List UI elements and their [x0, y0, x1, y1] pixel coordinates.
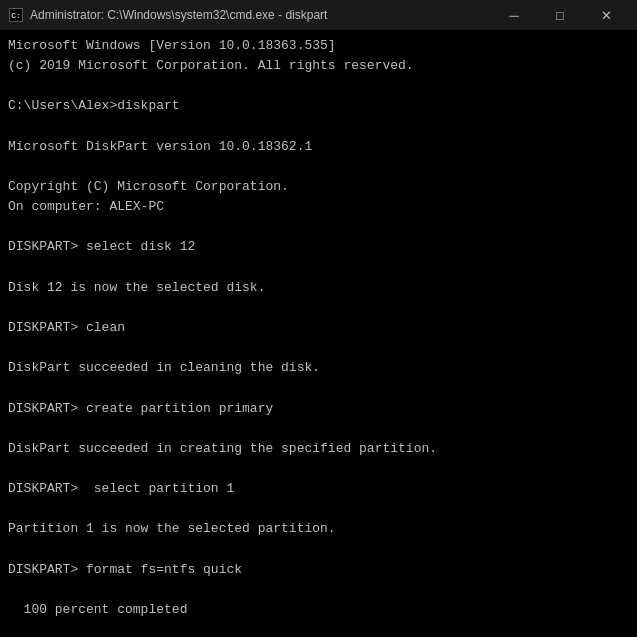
console-line	[8, 157, 629, 177]
console-line	[8, 419, 629, 439]
console-line: Microsoft DiskPart version 10.0.18362.1	[8, 137, 629, 157]
console-line: Partition 1 is now the selected partitio…	[8, 519, 629, 539]
console-line: Microsoft Windows [Version 10.0.18363.53…	[8, 36, 629, 56]
cmd-window: C: Administrator: C:\Windows\system32\cm…	[0, 0, 637, 637]
console-output[interactable]: Microsoft Windows [Version 10.0.18363.53…	[0, 30, 637, 637]
console-line: DISKPART> clean	[8, 318, 629, 338]
console-line: On computer: ALEX-PC	[8, 197, 629, 217]
console-line	[8, 620, 629, 637]
title-bar: C: Administrator: C:\Windows\system32\cm…	[0, 0, 637, 30]
console-line	[8, 338, 629, 358]
console-line: C:\Users\Alex>diskpart	[8, 96, 629, 116]
console-line	[8, 117, 629, 137]
minimize-button[interactable]: ─	[491, 0, 537, 30]
window-title: Administrator: C:\Windows\system32\cmd.e…	[30, 8, 491, 22]
console-line: DISKPART> select disk 12	[8, 237, 629, 257]
cmd-icon: C:	[9, 8, 23, 22]
console-line: Disk 12 is now the selected disk.	[8, 278, 629, 298]
console-line	[8, 258, 629, 278]
console-line	[8, 499, 629, 519]
window-icon: C:	[8, 7, 24, 23]
maximize-button[interactable]: □	[537, 0, 583, 30]
console-line: DISKPART> format fs=ntfs quick	[8, 560, 629, 580]
console-line: Copyright (C) Microsoft Corporation.	[8, 177, 629, 197]
console-line: 100 percent completed	[8, 600, 629, 620]
console-line	[8, 459, 629, 479]
console-line: (c) 2019 Microsoft Corporation. All righ…	[8, 56, 629, 76]
console-line	[8, 580, 629, 600]
console-line: DISKPART> select partition 1	[8, 479, 629, 499]
console-line: DiskPart succeeded in cleaning the disk.	[8, 358, 629, 378]
console-line	[8, 540, 629, 560]
console-line: DiskPart succeeded in creating the speci…	[8, 439, 629, 459]
close-button[interactable]: ✕	[583, 0, 629, 30]
console-line: DISKPART> create partition primary	[8, 399, 629, 419]
window-controls: ─ □ ✕	[491, 0, 629, 30]
console-line	[8, 76, 629, 96]
console-line	[8, 298, 629, 318]
console-line	[8, 378, 629, 398]
console-line	[8, 217, 629, 237]
